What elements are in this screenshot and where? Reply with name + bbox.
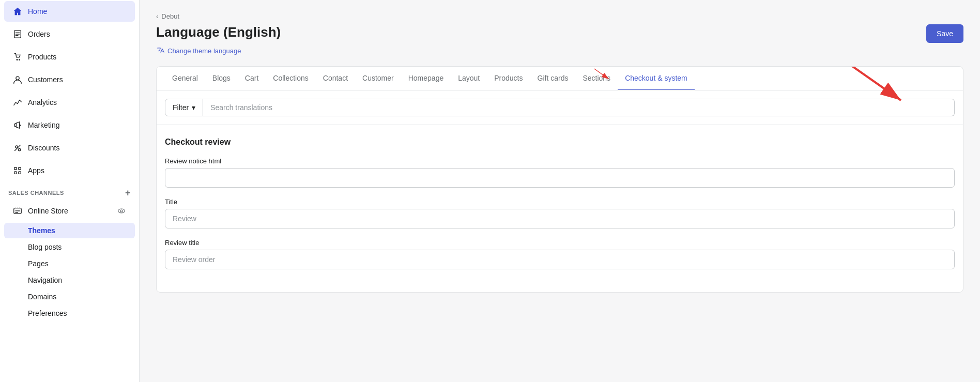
sidebar-sub-blog-posts[interactable]: Blog posts	[4, 239, 135, 255]
tab-contact[interactable]: Contact	[316, 67, 355, 90]
sidebar-label-orders: Orders	[28, 30, 50, 38]
page-title: Language (English)	[156, 24, 281, 40]
tab-customer[interactable]: Customer	[355, 67, 401, 90]
domains-label: Domains	[28, 293, 56, 301]
svg-point-1	[17, 59, 18, 60]
navigation-label: Navigation	[28, 276, 62, 284]
tab-collections[interactable]: Collections	[266, 67, 315, 90]
sidebar-item-marketing[interactable]: Marketing	[4, 115, 135, 135]
tabs-container: General Blogs Cart Collections Contact C…	[156, 66, 963, 293]
tab-cart[interactable]: Cart	[238, 67, 266, 90]
label-review-title: Review title	[165, 239, 955, 247]
svg-rect-6	[14, 167, 17, 170]
filter-bar: Filter ▾	[157, 90, 963, 125]
svg-point-3	[16, 77, 19, 80]
online-store-label: Online Store	[28, 207, 111, 215]
tab-gift-cards[interactable]: Gift cards	[530, 67, 576, 90]
preferences-label: Preferences	[28, 309, 67, 317]
sidebar-label-marketing: Marketing	[28, 121, 59, 129]
input-review-title[interactable]	[165, 250, 955, 269]
sidebar-sub-themes[interactable]: Themes	[4, 223, 135, 238]
input-title[interactable]	[165, 209, 955, 228]
field-title: Title	[165, 198, 955, 228]
checkout-review-title: Checkout review	[165, 137, 955, 147]
sidebar-item-orders[interactable]: Orders	[4, 24, 135, 44]
tab-layout[interactable]: Layout	[451, 67, 487, 90]
filter-button[interactable]: Filter ▾	[165, 99, 203, 116]
tab-homepage[interactable]: Homepage	[401, 67, 451, 90]
eye-icon[interactable]	[116, 206, 127, 216]
add-sales-channel-button[interactable]: +	[125, 188, 131, 197]
svg-rect-7	[19, 167, 21, 170]
svg-point-11	[118, 209, 125, 213]
breadcrumb-chevron: ‹	[156, 12, 158, 20]
change-theme-language-link[interactable]: Change theme language	[156, 46, 963, 56]
svg-rect-9	[19, 172, 21, 174]
home-icon	[12, 6, 23, 17]
sidebar: Home Orders Products Cu	[0, 0, 140, 382]
sidebar-item-discounts[interactable]: Discounts	[4, 137, 135, 158]
sidebar-item-analytics[interactable]: Analytics	[4, 92, 135, 113]
discounts-icon	[12, 143, 23, 153]
sidebar-item-online-store[interactable]: Online Store	[4, 201, 135, 221]
save-button[interactable]: Save	[926, 24, 963, 43]
sidebar-sub-navigation[interactable]: Navigation	[4, 272, 135, 288]
sidebar-item-home[interactable]: Home	[4, 1, 135, 22]
sidebar-sub-preferences[interactable]: Preferences	[4, 305, 135, 321]
sidebar-item-apps[interactable]: Apps	[4, 160, 135, 181]
sidebar-label-apps: Apps	[28, 166, 44, 175]
sidebar-label-analytics: Analytics	[28, 98, 57, 106]
field-review-title: Review title	[165, 239, 955, 269]
field-review-notice-html: Review notice html	[165, 157, 955, 188]
orders-icon	[12, 29, 23, 39]
breadcrumb[interactable]: ‹ Debut	[156, 12, 963, 20]
sidebar-item-customers[interactable]: Customers	[4, 69, 135, 90]
page-header: Language (English) Save	[156, 24, 963, 43]
chevron-down-icon: ▾	[192, 103, 195, 112]
form-content: Checkout review Review notice html Title…	[157, 125, 963, 292]
main-content: ‹ Debut Language (English) Save Change t…	[140, 0, 980, 382]
svg-point-12	[120, 210, 122, 212]
input-review-notice-html[interactable]	[165, 168, 955, 188]
sidebar-item-products[interactable]: Products	[4, 47, 135, 67]
breadcrumb-label: Debut	[161, 12, 179, 20]
sidebar-label-discounts: Discounts	[28, 144, 59, 152]
filter-label: Filter	[173, 103, 189, 112]
tab-general[interactable]: General	[165, 67, 205, 90]
sidebar-sub-pages[interactable]: Pages	[4, 256, 135, 271]
translate-icon	[156, 46, 164, 56]
tab-sections[interactable]: Sections	[575, 67, 618, 90]
tab-checkout-system[interactable]: Checkout & system	[618, 67, 695, 90]
sidebar-label-products: Products	[28, 53, 56, 61]
customers-icon	[12, 74, 23, 85]
tabs-bar: General Blogs Cart Collections Contact C…	[157, 67, 963, 90]
svg-rect-8	[14, 172, 17, 174]
search-translations-wrap	[203, 99, 955, 116]
products-icon	[12, 52, 23, 62]
sidebar-label-home: Home	[28, 7, 47, 16]
themes-label: Themes	[28, 226, 55, 235]
tab-blogs[interactable]: Blogs	[205, 67, 238, 90]
tab-products[interactable]: Products	[487, 67, 530, 90]
label-title: Title	[165, 198, 955, 206]
analytics-icon	[12, 97, 23, 108]
online-store-icon	[12, 206, 23, 216]
label-review-notice-html: Review notice html	[165, 157, 955, 165]
svg-point-5	[18, 148, 21, 151]
search-translations-input[interactable]	[210, 103, 947, 112]
pages-label: Pages	[28, 259, 49, 268]
blog-posts-label: Blog posts	[28, 243, 62, 251]
svg-point-2	[19, 59, 20, 60]
marketing-icon	[12, 120, 23, 130]
sidebar-label-customers: Customers	[28, 75, 63, 84]
apps-icon	[12, 165, 23, 176]
change-theme-label: Change theme language	[167, 47, 241, 55]
content-area: ‹ Debut Language (English) Save Change t…	[140, 0, 980, 382]
sales-channels-section: SALES CHANNELS +	[0, 182, 139, 200]
sidebar-sub-domains[interactable]: Domains	[4, 289, 135, 304]
sales-channels-label: SALES CHANNELS	[8, 190, 64, 196]
